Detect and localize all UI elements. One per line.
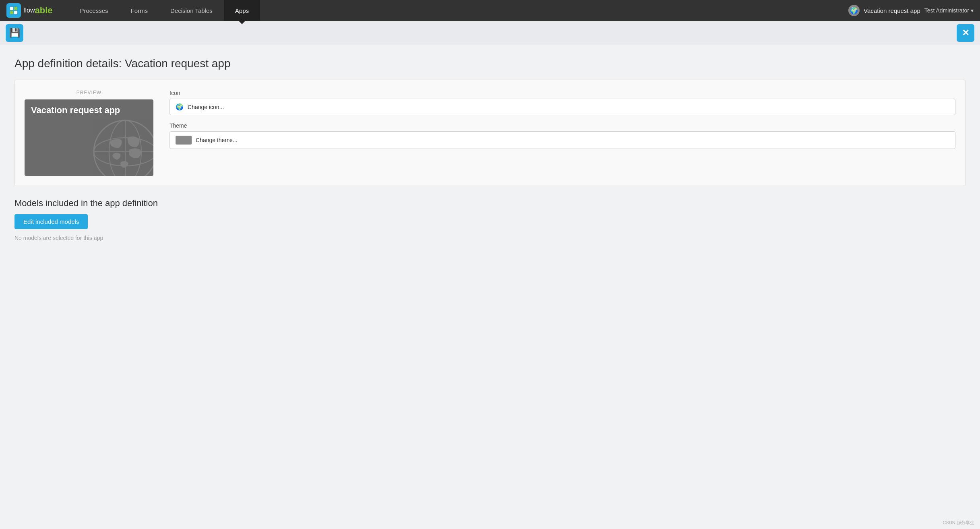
navbar: flowable Processes Forms Decision Tables…	[0, 0, 980, 21]
nav-apps[interactable]: Apps	[224, 0, 260, 21]
change-theme-button[interactable]: Change theme...	[170, 131, 955, 149]
svg-rect-0	[10, 7, 13, 10]
close-icon: ✕	[962, 28, 969, 38]
navbar-app-name: Vacation request app	[864, 7, 920, 14]
preview-globe-bg-icon	[93, 120, 153, 176]
change-icon-label: Change icon...	[188, 104, 224, 110]
svg-rect-2	[10, 11, 13, 14]
nav-menu: Processes Forms Decision Tables Apps	[68, 0, 848, 21]
logo-icon	[6, 3, 21, 18]
logo-able-text: able	[35, 5, 52, 16]
app-definition-card: PREVIEW Vacation request app	[14, 80, 966, 186]
navbar-right: 🌍 Vacation request app Test Administrato…	[848, 5, 974, 16]
logo: flowable	[6, 3, 52, 18]
icon-field-row: Icon 🌍 Change icon...	[170, 90, 955, 115]
toolbar: 💾 ✕	[0, 21, 980, 45]
user-name-label: Test Administrator	[924, 7, 969, 14]
globe-icon: 🌍	[848, 5, 860, 16]
change-icon-button[interactable]: 🌍 Change icon...	[170, 99, 955, 115]
logo-flow-text: flow	[23, 7, 35, 14]
close-button[interactable]: ✕	[957, 24, 974, 42]
svg-rect-3	[14, 11, 17, 14]
theme-field-label: Theme	[170, 122, 955, 129]
page-content: App definition details: Vacation request…	[0, 45, 980, 253]
save-button[interactable]: 💾	[6, 24, 23, 42]
theme-field-row: Theme Change theme...	[170, 122, 955, 149]
models-section: Models included in the app definition Ed…	[14, 198, 966, 241]
page-title: App definition details: Vacation request…	[14, 57, 966, 70]
navbar-user[interactable]: Test Administrator ▾	[924, 7, 974, 14]
settings-section: Icon 🌍 Change icon... Theme Change theme…	[170, 90, 955, 176]
svg-rect-1	[14, 7, 17, 10]
preview-box: Vacation request app	[25, 99, 153, 176]
models-title: Models included in the app definition	[14, 198, 966, 209]
dropdown-arrow-icon: ▾	[971, 7, 974, 14]
preview-label: PREVIEW	[25, 90, 153, 95]
icon-globe-icon: 🌍	[176, 103, 184, 111]
watermark: CSDN @分享生	[943, 520, 974, 526]
nav-processes[interactable]: Processes	[68, 0, 119, 21]
theme-swatch-icon	[176, 136, 192, 145]
no-models-text: No models are selected for this app	[14, 235, 966, 241]
change-theme-label: Change theme...	[196, 137, 238, 143]
save-icon: 💾	[9, 28, 20, 38]
preview-section: PREVIEW Vacation request app	[25, 90, 153, 176]
edit-included-models-button[interactable]: Edit included models	[14, 214, 88, 229]
preview-app-name: Vacation request app	[31, 105, 120, 116]
nav-forms[interactable]: Forms	[120, 0, 159, 21]
icon-field-label: Icon	[170, 90, 955, 96]
nav-decision-tables[interactable]: Decision Tables	[159, 0, 224, 21]
